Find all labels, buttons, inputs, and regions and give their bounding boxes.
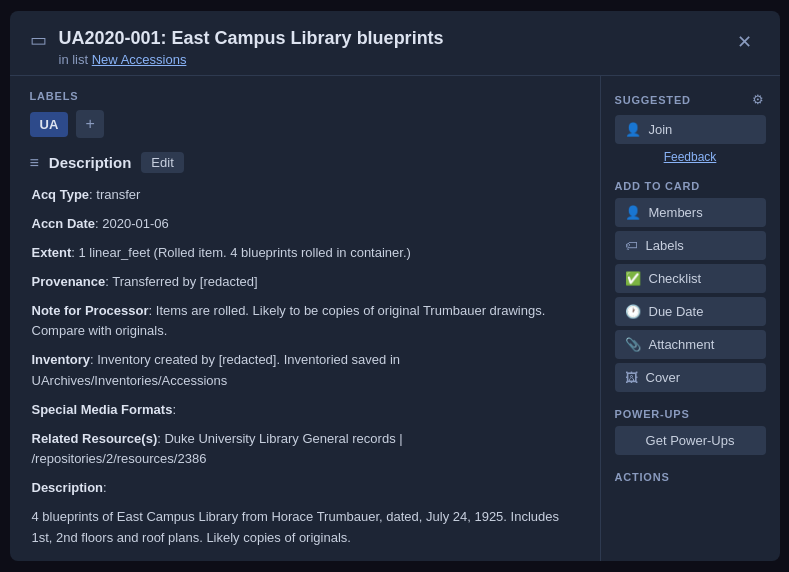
label-badge-ua[interactable]: UA [30, 112, 69, 137]
field-provenance: Provenance: Transferred by [redacted] [32, 272, 580, 293]
feedback-link[interactable]: Feedback [615, 150, 766, 164]
add-to-card-section: ADD TO CARD 👤 Members 🏷 Labels ✅ Checkli… [615, 180, 766, 392]
suggested-heading: SUGGESTED [615, 94, 691, 106]
attachment-icon: 📎 [625, 337, 641, 352]
description-icon: ≡ [30, 154, 39, 172]
actions-section: ACTIONS [615, 471, 766, 483]
labels-row: UA + [30, 110, 580, 138]
members-icon: 👤 [625, 205, 641, 220]
close-button[interactable]: ✕ [729, 27, 760, 57]
description-content: Acq Type: transfer Accn Date: 2020-01-06… [30, 185, 580, 548]
labels-label: Labels [646, 238, 684, 253]
main-content: LABELS UA + ≡ Description Edit Acq Type:… [10, 76, 600, 561]
gear-button[interactable]: ⚙ [750, 90, 766, 109]
members-label: Members [649, 205, 703, 220]
field-inventory: Inventory: Inventory created by [redacte… [32, 350, 580, 392]
modal-header: ▭ UA2020-001: East Campus Library bluepr… [10, 11, 780, 76]
field-extent: Extent: 1 linear_feet (Rolled item. 4 bl… [32, 243, 580, 264]
subtitle-prefix: in list [59, 52, 92, 67]
labels-heading: LABELS [30, 90, 580, 102]
field-acq-type: Acq Type: transfer [32, 185, 580, 206]
field-note-processor: Note for Processor: Items are rolled. Li… [32, 301, 580, 343]
field-description-label: Description: [32, 478, 580, 499]
modal-header-content: UA2020-001: East Campus Library blueprin… [59, 27, 717, 67]
modal-overlay: ▭ UA2020-001: East Campus Library bluepr… [0, 0, 789, 572]
field-special-media: Special Media Formats: [32, 400, 580, 421]
actions-header: ACTIONS [615, 471, 766, 483]
members-button[interactable]: 👤 Members [615, 198, 766, 227]
add-to-card-heading: ADD TO CARD [615, 180, 701, 192]
power-ups-heading: POWER-UPS [615, 408, 690, 420]
labels-button[interactable]: 🏷 Labels [615, 231, 766, 260]
modal: ▭ UA2020-001: East Campus Library bluepr… [10, 11, 780, 561]
power-ups-section: POWER-UPS Get Power-Ups [615, 408, 766, 455]
description-title: Description [49, 154, 132, 171]
suggested-section: SUGGESTED ⚙ 👤 Join Feedback [615, 90, 766, 164]
join-button[interactable]: 👤 Join [615, 115, 766, 144]
edit-button[interactable]: Edit [141, 152, 183, 173]
modal-body: LABELS UA + ≡ Description Edit Acq Type:… [10, 76, 780, 561]
cover-button[interactable]: 🖼 Cover [615, 363, 766, 392]
modal-title: UA2020-001: East Campus Library blueprin… [59, 27, 717, 50]
due-date-label: Due Date [649, 304, 704, 319]
get-power-ups-button[interactable]: Get Power-Ups [615, 426, 766, 455]
due-date-icon: 🕐 [625, 304, 641, 319]
checklist-icon: ✅ [625, 271, 641, 286]
attachment-label: Attachment [649, 337, 715, 352]
field-accn-date: Accn Date: 2020-01-06 [32, 214, 580, 235]
description-header: ≡ Description Edit [30, 152, 580, 173]
due-date-button[interactable]: 🕐 Due Date [615, 297, 766, 326]
modal-subtitle: in list New Accessions [59, 52, 717, 67]
cover-label: Cover [646, 370, 681, 385]
actions-heading: ACTIONS [615, 471, 670, 483]
checklist-label: Checklist [649, 271, 702, 286]
add-label-button[interactable]: + [76, 110, 104, 138]
sidebar: SUGGESTED ⚙ 👤 Join Feedback ADD TO CARD [600, 76, 780, 561]
field-related-resource: Related Resource(s): Duke University Lib… [32, 429, 580, 471]
join-icon: 👤 [625, 122, 641, 137]
suggested-header: SUGGESTED ⚙ [615, 90, 766, 109]
attachment-button[interactable]: 📎 Attachment [615, 330, 766, 359]
card-icon: ▭ [30, 29, 47, 51]
join-label: Join [649, 122, 673, 137]
labels-icon: 🏷 [625, 238, 638, 253]
subtitle-link[interactable]: New Accessions [92, 52, 187, 67]
add-to-card-header: ADD TO CARD [615, 180, 766, 192]
cover-icon: 🖼 [625, 370, 638, 385]
checklist-button[interactable]: ✅ Checklist [615, 264, 766, 293]
labels-section: LABELS UA + [30, 90, 580, 138]
power-ups-header: POWER-UPS [615, 408, 766, 420]
field-description-value: 4 blueprints of East Campus Library from… [32, 507, 580, 549]
